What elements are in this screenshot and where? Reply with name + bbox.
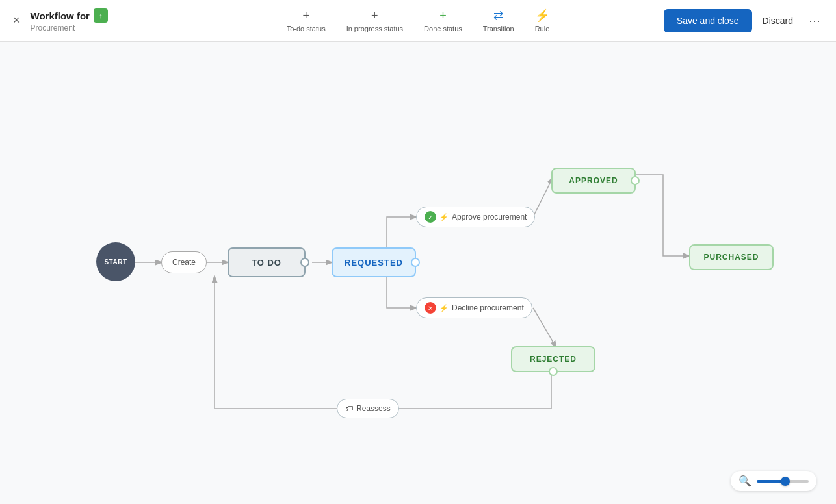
todo-node[interactable]: TO DO [228,247,306,277]
requested-node[interactable]: REQUESTED [332,247,416,277]
plus-icon-done: + [439,9,447,23]
toolbar-done-status[interactable]: + Done status [424,9,462,32]
svg-line-4 [533,308,556,347]
rejected-label: REJECTED [530,355,577,364]
toolbar-rule[interactable]: ⚡ Rule [535,8,550,32]
plus-icon-todo: + [302,9,309,23]
toolbar-center: + To-do status + In progress status + Do… [287,8,550,32]
toolbar-inprogress-status[interactable]: + In progress status [346,9,403,32]
decline-transition-label: Decline procurement [452,303,524,312]
transition-icon: ⇄ [493,8,503,23]
header: × Workflow for ↑ Procurement + To-do sta… [0,0,836,42]
rejected-node[interactable]: REJECTED [511,346,595,372]
approve-transition-label: Approve procurement [452,212,527,221]
approved-label: APPROVED [569,176,618,185]
create-label: Create [172,258,196,267]
toolbar-todo-label: To-do status [287,25,326,32]
approve-bolt-icon: ⚡ [439,213,449,221]
start-label: START [104,258,127,266]
toolbar-done-label: Done status [424,25,462,32]
approved-node[interactable]: APPROVED [551,168,636,194]
workflow-title-main: Workflow for ↑ [31,8,108,23]
zoom-thumb[interactable] [781,477,790,486]
workflow-title-text: Workflow for [31,10,90,21]
approve-check-icon: ✓ [425,211,436,223]
decline-x-icon: ✕ [425,302,436,314]
reassess-label: Reassess [356,404,391,413]
more-options-button[interactable]: ⋯ [803,11,826,31]
svg-line-3 [533,178,553,217]
workflow-canvas: START Create TO DO REQUESTED ✓ ⚡ Approve… [0,42,836,504]
toolbar-rule-label: Rule [535,25,550,32]
requested-right-handle [411,258,420,267]
zoom-out-icon[interactable]: 🔍 [738,475,751,487]
todo-right-handle [300,258,309,267]
discard-button[interactable]: Discard [757,9,798,32]
reassess-icon: 🏷 [345,404,353,413]
decline-bolt-icon: ⚡ [439,304,449,312]
save-close-button[interactable]: Save and close [664,9,752,32]
upload-icon: ↑ [94,8,108,23]
todo-label: TO DO [252,258,281,268]
rejected-bottom-handle [549,367,558,376]
purchased-label: PURCHASED [703,253,759,262]
approved-right-handle [631,176,640,185]
approve-transition-node[interactable]: ✓ ⚡ Approve procurement [416,207,535,227]
toolbar-inprogress-label: In progress status [346,25,403,32]
toolbar-transition-label: Transition [483,25,514,32]
create-node[interactable]: Create [161,251,207,273]
workflow-subtitle: Procurement [31,23,108,32]
zoom-control: 🔍 [731,471,816,491]
requested-label: REQUESTED [345,258,403,268]
rule-icon: ⚡ [535,8,549,23]
header-right: Save and close Discard ⋯ [664,9,826,32]
decline-transition-node[interactable]: ✕ ⚡ Decline procurement [416,297,532,318]
reassess-transition-node[interactable]: 🏷 Reassess [337,399,399,418]
plus-icon-inprogress: + [371,9,378,23]
close-button[interactable]: × [10,11,23,30]
zoom-slider[interactable] [757,480,809,483]
start-node[interactable]: START [96,242,135,281]
toolbar-transition[interactable]: ⇄ Transition [483,8,514,32]
header-left: × Workflow for ↑ Procurement [10,8,140,32]
purchased-node[interactable]: PURCHASED [689,244,774,270]
toolbar-todo-status[interactable]: + To-do status [287,9,326,32]
workflow-title-block: Workflow for ↑ Procurement [31,8,108,32]
